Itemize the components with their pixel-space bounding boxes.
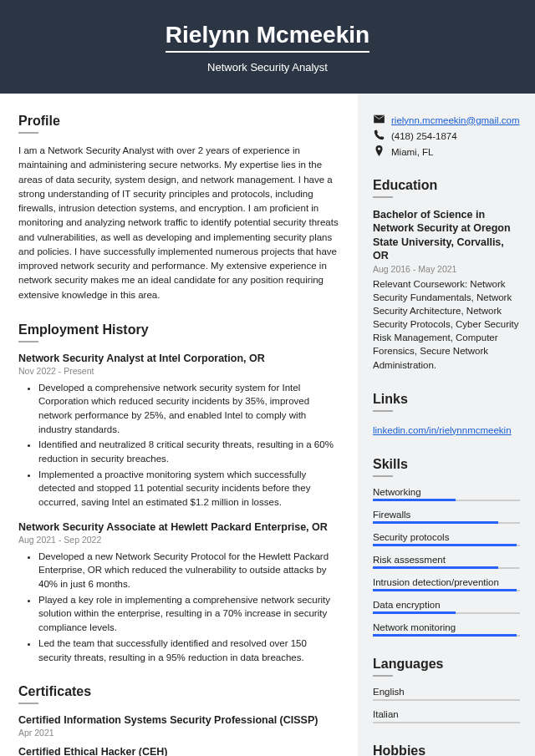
contact-block: rielynn.mcmeekin@gmail.com (418) 254-187… — [373, 114, 520, 158]
education-heading: Education — [373, 178, 520, 193]
skill-item: Firewalls — [373, 510, 520, 524]
languages-heading: Languages — [373, 657, 520, 672]
skills-heading: Skills — [373, 457, 520, 472]
skill-name: Network monitoring — [373, 622, 520, 632]
divider — [373, 196, 393, 198]
job-entry: Network Security Associate at Hewlett Pa… — [18, 521, 339, 664]
job-title-header: Network Security Analyst — [17, 61, 518, 74]
skill-bar — [373, 612, 520, 614]
skill-name: Security protocols — [373, 532, 520, 542]
education-degree: Bachelor of Science in Network Security … — [373, 208, 520, 262]
job-title: Network Security Associate at Hewlett Pa… — [18, 521, 339, 533]
job-bullet: Developed a comprehensive network securi… — [38, 381, 339, 437]
skill-name: Intrusion detection/prevention — [373, 577, 520, 587]
language-item: Italian — [373, 709, 520, 723]
cert-date: Apr 2021 — [18, 728, 339, 738]
linkedin-link[interactable]: linkedin.com/in/rielynnmcmeekin — [373, 425, 512, 435]
location-icon — [373, 145, 385, 158]
skill-bar — [373, 590, 520, 591]
job-bullet: Developed a new Network Security Protoco… — [38, 550, 339, 591]
job-title: Network Security Analyst at Intel Corpor… — [18, 353, 339, 364]
skill-name: Firewalls — [373, 510, 520, 520]
skill-item: Risk assessment — [373, 555, 520, 569]
language-name: Italian — [373, 709, 520, 719]
divider — [18, 341, 38, 342]
language-bar — [373, 722, 520, 723]
email-link[interactable]: rielynn.mcmeekin@gmail.com — [391, 115, 520, 125]
language-item: English — [373, 687, 520, 701]
skill-item: Network monitoring — [373, 622, 520, 637]
email-icon — [373, 114, 385, 126]
cert-title: Certified Ethical Hacker (CEH) — [18, 746, 339, 756]
skill-item: Networking — [373, 487, 520, 501]
job-bullet: Identified and neutralized 8 critical se… — [38, 438, 339, 465]
location-text: Miami, FL — [391, 147, 433, 157]
skill-bar — [373, 635, 520, 637]
skill-name: Data encryption — [373, 600, 520, 610]
person-name: Rielynn Mcmeekin — [166, 22, 369, 53]
cert-title: Certified Information Systems Security P… — [18, 714, 339, 726]
language-name: English — [373, 687, 520, 697]
main-column: Profile I am a Network Security Analyst … — [0, 94, 358, 756]
skill-bar — [373, 522, 520, 524]
skill-item: Security protocols — [373, 532, 520, 546]
job-bullet: Implemented a proactive monitoring syste… — [38, 468, 339, 510]
phone-text: (418) 254-1874 — [391, 131, 457, 141]
profile-text: I am a Network Security Analyst with ove… — [18, 144, 339, 302]
skill-bar — [373, 545, 520, 546]
job-bullet: Led the team that successfully identifie… — [38, 637, 339, 664]
skill-bar — [373, 567, 520, 569]
education-dates: Aug 2016 - May 2021 — [373, 264, 520, 274]
skill-item: Data encryption — [373, 600, 520, 614]
skill-name: Risk assessment — [373, 555, 520, 565]
divider — [373, 410, 393, 412]
skill-bar — [373, 500, 520, 501]
divider — [373, 475, 393, 477]
divider — [18, 132, 38, 134]
phone-icon — [373, 129, 385, 142]
job-dates: Nov 2022 - Present — [18, 366, 339, 376]
links-heading: Links — [373, 392, 520, 407]
skill-item: Intrusion detection/prevention — [373, 577, 520, 591]
sidebar: rielynn.mcmeekin@gmail.com (418) 254-187… — [358, 94, 535, 756]
hobbies-heading: Hobbies — [373, 743, 520, 756]
header: Rielynn Mcmeekin Network Security Analys… — [0, 0, 535, 94]
profile-heading: Profile — [18, 114, 339, 129]
job-dates: Aug 2021 - Sep 2022 — [18, 535, 339, 545]
employment-heading: Employment History — [18, 322, 339, 337]
skill-name: Networking — [373, 487, 520, 497]
job-entry: Network Security Analyst at Intel Corpor… — [18, 353, 339, 510]
language-bar — [373, 699, 520, 701]
job-bullet: Played a key role in implementing a comp… — [38, 593, 339, 635]
divider — [373, 675, 393, 677]
certificates-heading: Certificates — [18, 684, 339, 699]
divider — [18, 703, 38, 704]
education-desc: Relevant Coursework: Network Security Fu… — [373, 277, 520, 372]
